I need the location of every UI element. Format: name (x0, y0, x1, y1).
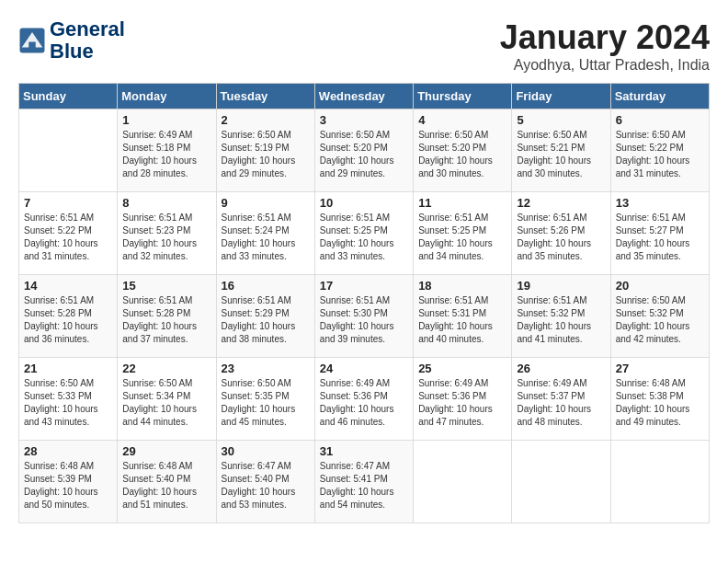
calendar-table: SundayMondayTuesdayWednesdayThursdayFrid… (18, 83, 710, 523)
day-info: Sunrise: 6:50 AMSunset: 5:34 PMDaylight:… (122, 377, 210, 429)
logo-line1: General (50, 18, 125, 40)
calendar-cell: 7Sunrise: 6:51 AMSunset: 5:22 PMDaylight… (19, 192, 118, 275)
weekday-header-sunday: Sunday (19, 84, 118, 109)
day-number: 20 (616, 279, 704, 293)
day-number: 27 (616, 362, 704, 375)
day-number: 17 (320, 279, 408, 293)
calendar-cell: 25Sunrise: 6:49 AMSunset: 5:36 PMDayligh… (414, 358, 512, 441)
week-row-3: 14Sunrise: 6:51 AMSunset: 5:28 PMDayligh… (19, 275, 710, 358)
logo: General Blue (18, 18, 125, 63)
calendar-cell: 16Sunrise: 6:51 AMSunset: 5:29 PMDayligh… (216, 275, 314, 358)
calendar-cell (610, 441, 709, 523)
day-info: Sunrise: 6:47 AMSunset: 5:41 PMDaylight:… (320, 460, 408, 511)
calendar-cell: 26Sunrise: 6:49 AMSunset: 5:37 PMDayligh… (512, 358, 610, 441)
day-number: 31 (320, 444, 408, 458)
day-number: 11 (418, 196, 506, 210)
day-number: 23 (222, 362, 310, 375)
weekday-header-friday: Friday (512, 84, 610, 109)
day-info: Sunrise: 6:50 AMSunset: 5:32 PMDaylight:… (616, 294, 704, 346)
day-info: Sunrise: 6:47 AMSunset: 5:40 PMDaylight:… (222, 460, 310, 511)
day-number: 6 (616, 113, 704, 127)
title-block: January 2024 Ayodhya, Uttar Pradesh, Ind… (500, 18, 710, 74)
day-info: Sunrise: 6:48 AMSunset: 5:40 PMDaylight:… (122, 460, 210, 511)
calendar-cell: 20Sunrise: 6:50 AMSunset: 5:32 PMDayligh… (610, 275, 709, 358)
day-number: 30 (222, 444, 310, 458)
day-number: 10 (320, 196, 408, 210)
day-info: Sunrise: 6:49 AMSunset: 5:36 PMDaylight:… (320, 377, 408, 429)
day-info: Sunrise: 6:51 AMSunset: 5:28 PMDaylight:… (122, 294, 210, 346)
calendar-cell: 24Sunrise: 6:49 AMSunset: 5:36 PMDayligh… (314, 358, 413, 441)
day-info: Sunrise: 6:50 AMSunset: 5:20 PMDaylight:… (320, 129, 408, 180)
calendar-cell: 31Sunrise: 6:47 AMSunset: 5:41 PMDayligh… (314, 441, 413, 523)
day-number: 5 (517, 113, 605, 127)
day-number: 7 (24, 196, 112, 210)
day-number: 3 (320, 113, 408, 127)
weekday-header-monday: Monday (118, 84, 216, 109)
calendar-cell: 18Sunrise: 6:51 AMSunset: 5:31 PMDayligh… (414, 275, 512, 358)
day-info: Sunrise: 6:50 AMSunset: 5:33 PMDaylight:… (24, 377, 112, 429)
day-number: 19 (517, 279, 605, 293)
calendar-cell: 5Sunrise: 6:50 AMSunset: 5:21 PMDaylight… (512, 109, 610, 192)
day-number: 4 (418, 113, 506, 127)
day-number: 8 (122, 196, 210, 210)
calendar-cell: 19Sunrise: 6:51 AMSunset: 5:32 PMDayligh… (512, 275, 610, 358)
day-number: 29 (122, 444, 210, 458)
calendar-cell: 1Sunrise: 6:49 AMSunset: 5:18 PMDaylight… (118, 109, 216, 192)
calendar-cell: 29Sunrise: 6:48 AMSunset: 5:40 PMDayligh… (118, 441, 216, 523)
day-info: Sunrise: 6:51 AMSunset: 5:24 PMDaylight:… (222, 212, 310, 263)
calendar-cell: 27Sunrise: 6:48 AMSunset: 5:38 PMDayligh… (610, 358, 709, 441)
day-info: Sunrise: 6:50 AMSunset: 5:19 PMDaylight:… (222, 129, 310, 180)
calendar-cell: 17Sunrise: 6:51 AMSunset: 5:30 PMDayligh… (314, 275, 413, 358)
day-number: 1 (122, 113, 210, 127)
calendar-cell: 12Sunrise: 6:51 AMSunset: 5:26 PMDayligh… (512, 192, 610, 275)
day-number: 12 (517, 196, 605, 210)
day-number: 16 (222, 279, 310, 293)
calendar-cell: 22Sunrise: 6:50 AMSunset: 5:34 PMDayligh… (118, 358, 216, 441)
week-row-5: 28Sunrise: 6:48 AMSunset: 5:39 PMDayligh… (19, 441, 710, 523)
calendar-cell (19, 109, 118, 192)
day-number: 22 (122, 362, 210, 375)
day-info: Sunrise: 6:49 AMSunset: 5:37 PMDaylight:… (517, 377, 605, 429)
calendar-cell: 8Sunrise: 6:51 AMSunset: 5:23 PMDaylight… (118, 192, 216, 275)
day-info: Sunrise: 6:49 AMSunset: 5:18 PMDaylight:… (122, 129, 210, 180)
calendar-cell: 30Sunrise: 6:47 AMSunset: 5:40 PMDayligh… (216, 441, 314, 523)
day-number: 13 (616, 196, 704, 210)
day-info: Sunrise: 6:51 AMSunset: 5:28 PMDaylight:… (24, 294, 112, 346)
day-number: 21 (24, 362, 112, 375)
calendar-cell: 10Sunrise: 6:51 AMSunset: 5:25 PMDayligh… (314, 192, 413, 275)
svg-rect-2 (28, 42, 36, 50)
day-number: 15 (122, 279, 210, 293)
day-number: 18 (418, 279, 506, 293)
day-info: Sunrise: 6:51 AMSunset: 5:29 PMDaylight:… (222, 294, 310, 346)
day-number: 25 (418, 362, 506, 375)
weekday-header-thursday: Thursday (414, 84, 512, 109)
calendar-cell: 11Sunrise: 6:51 AMSunset: 5:25 PMDayligh… (414, 192, 512, 275)
day-info: Sunrise: 6:49 AMSunset: 5:36 PMDaylight:… (418, 377, 506, 429)
calendar-cell: 9Sunrise: 6:51 AMSunset: 5:24 PMDaylight… (216, 192, 314, 275)
calendar-cell (512, 441, 610, 523)
logo-icon (18, 27, 46, 54)
calendar-cell: 21Sunrise: 6:50 AMSunset: 5:33 PMDayligh… (19, 358, 118, 441)
calendar-cell: 4Sunrise: 6:50 AMSunset: 5:20 PMDaylight… (414, 109, 512, 192)
day-info: Sunrise: 6:48 AMSunset: 5:39 PMDaylight:… (24, 460, 112, 511)
day-info: Sunrise: 6:51 AMSunset: 5:25 PMDaylight:… (320, 212, 408, 263)
calendar-cell: 3Sunrise: 6:50 AMSunset: 5:20 PMDaylight… (314, 109, 413, 192)
day-info: Sunrise: 6:51 AMSunset: 5:23 PMDaylight:… (122, 212, 210, 263)
day-number: 28 (24, 444, 112, 458)
day-info: Sunrise: 6:51 AMSunset: 5:30 PMDaylight:… (320, 294, 408, 346)
logo-text: General Blue (50, 18, 125, 63)
weekday-header-tuesday: Tuesday (216, 84, 314, 109)
calendar-cell: 14Sunrise: 6:51 AMSunset: 5:28 PMDayligh… (19, 275, 118, 358)
weekday-header-wednesday: Wednesday (314, 84, 413, 109)
day-info: Sunrise: 6:50 AMSunset: 5:22 PMDaylight:… (616, 129, 704, 180)
day-number: 24 (320, 362, 408, 375)
day-info: Sunrise: 6:48 AMSunset: 5:38 PMDaylight:… (616, 377, 704, 429)
calendar-cell: 28Sunrise: 6:48 AMSunset: 5:39 PMDayligh… (19, 441, 118, 523)
calendar-cell: 2Sunrise: 6:50 AMSunset: 5:19 PMDaylight… (216, 109, 314, 192)
day-info: Sunrise: 6:50 AMSunset: 5:21 PMDaylight:… (517, 129, 605, 180)
weekday-header-row: SundayMondayTuesdayWednesdayThursdayFrid… (19, 84, 710, 109)
calendar-cell: 6Sunrise: 6:50 AMSunset: 5:22 PMDaylight… (610, 109, 709, 192)
location-title: Ayodhya, Uttar Pradesh, India (500, 57, 710, 74)
week-row-1: 1Sunrise: 6:49 AMSunset: 5:18 PMDaylight… (19, 109, 710, 192)
day-info: Sunrise: 6:51 AMSunset: 5:31 PMDaylight:… (418, 294, 506, 346)
